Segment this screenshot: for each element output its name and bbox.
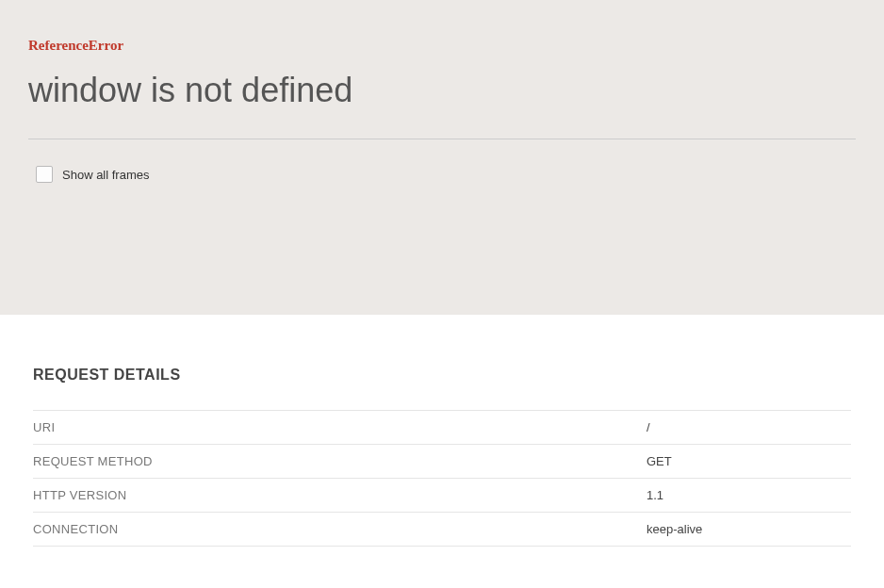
detail-value: 1.1 (647, 479, 851, 513)
request-details-table: URI / REQUEST METHOD GET HTTP VERSION 1.… (33, 410, 851, 547)
error-message: window is not defined (28, 71, 856, 110)
error-type: ReferenceError (28, 38, 856, 54)
request-details-section: REQUEST DETAILS URI / REQUEST METHOD GET… (0, 315, 884, 565)
show-all-frames-control: Show all frames (28, 166, 856, 286)
divider (28, 139, 856, 139)
show-all-frames-label: Show all frames (62, 168, 149, 182)
detail-key: CONNECTION (33, 513, 647, 547)
detail-value: / (647, 411, 851, 445)
table-row: CONNECTION keep-alive (33, 513, 851, 547)
table-row: URI / (33, 411, 851, 445)
request-details-heading: REQUEST DETAILS (33, 367, 851, 384)
show-all-frames-checkbox[interactable] (36, 166, 53, 183)
table-row: HTTP VERSION 1.1 (33, 479, 851, 513)
detail-key: REQUEST METHOD (33, 445, 647, 479)
detail-value: keep-alive (647, 513, 851, 547)
error-header-section: ReferenceError window is not defined Sho… (0, 0, 884, 315)
table-row: REQUEST METHOD GET (33, 445, 851, 479)
detail-value: GET (647, 445, 851, 479)
detail-key: HTTP VERSION (33, 479, 647, 513)
detail-key: URI (33, 411, 647, 445)
